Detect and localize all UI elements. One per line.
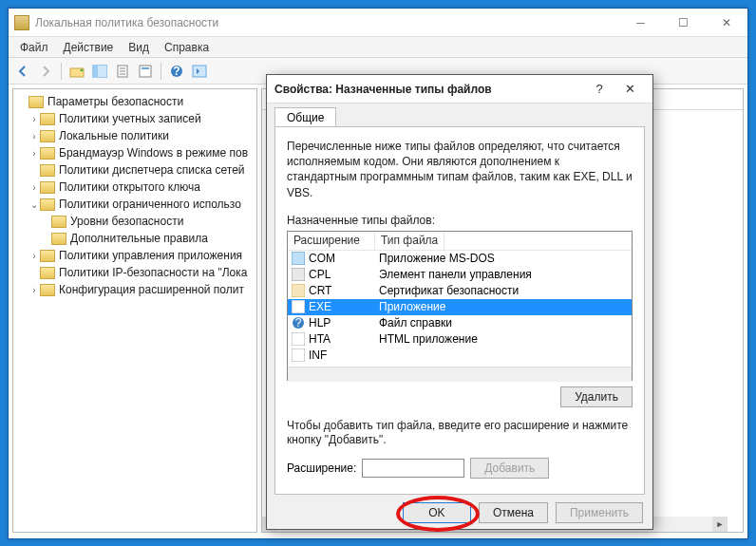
ipsec-icon [40,267,55,279]
file-icon [292,348,305,362]
filetype-row[interactable]: INF [288,348,632,364]
dialog-title: Свойства: Назначенные типы файлов [274,83,584,96]
tree-item[interactable]: ›Локальные политики [13,127,256,144]
description-text: Перечисленные ниже типы файлов определяю… [287,139,633,200]
tree-item[interactable]: ›Брандмауэр Windows в режиме пов [13,144,256,161]
up-button[interactable] [66,61,87,82]
tab-strip: Общие [267,104,652,126]
folder-icon [40,130,55,142]
dialog-button-row: OK Отмена Применить [267,495,652,523]
titlebar: Локальная политика безопасности ─ ☐ ✕ [9,9,747,37]
filetype-row[interactable]: CRTСертификат безопасности [288,283,632,299]
tab-body: Перечисленные ниже типы файлов определяю… [274,126,645,495]
svg-rect-16 [292,284,305,297]
list-label: Назначенные типы файлов: [287,214,633,227]
tree-item[interactable]: ›Политики управления приложения [13,247,256,264]
dialog-titlebar: Свойства: Назначенные типы файлов ? ✕ [267,75,652,104]
menu-help[interactable]: Справка [157,39,217,56]
extension-label: Расширение: [287,461,356,475]
svg-rect-5 [142,67,149,69]
file-icon [292,284,305,297]
filetype-row[interactable]: COMПриложение MS-DOS [288,251,632,267]
svg-rect-17 [292,300,305,313]
col-filetype[interactable]: Тип файла [375,232,444,250]
filetype-list[interactable]: Расширение Тип файла COMПриложение MS-DO… [287,231,633,381]
col-extension[interactable]: Расширение [288,232,375,250]
app-icon [14,15,29,30]
tree-item[interactable]: ›Политики учетных записей [13,110,256,127]
file-icon: ? [292,316,305,329]
properties-button[interactable] [135,61,156,82]
file-icon [292,332,305,346]
folder-icon [40,113,55,125]
add-button[interactable]: Добавить [470,458,549,479]
tree-item-srp[interactable]: ⌄Политики ограниченного использо [13,196,256,213]
folder-icon [40,164,55,177]
tree-root[interactable]: Параметры безопасности [13,93,256,110]
tree-pane[interactable]: Параметры безопасности ›Политики учетных… [12,88,257,533]
refresh-button[interactable] [189,61,210,82]
extension-input[interactable] [362,459,464,478]
tree-item[interactable]: Политики IP-безопасности на "Лока [13,264,256,281]
filetype-rows[interactable]: COMПриложение MS-DOS CPLЭлемент панели у… [288,251,632,367]
folder-icon [51,216,66,228]
dialog-close-button[interactable]: ✕ [614,82,645,96]
minimize-button[interactable]: ─ [619,9,662,36]
properties-dialog: Свойства: Назначенные типы файлов ? ✕ Об… [266,74,653,530]
filetype-header: Расширение Тип файла [288,232,632,251]
folder-icon [40,181,55,194]
tree-child[interactable]: Дополнительные правила [13,230,256,247]
svg-rect-4 [140,66,151,77]
filetype-row[interactable]: HTAHTML приложение [288,331,632,348]
folder-icon [40,284,55,296]
file-icon [292,300,305,313]
forward-button[interactable] [35,61,56,82]
dialog-help-button[interactable]: ? [584,82,614,96]
apply-button[interactable]: Применить [556,502,643,523]
tree-item[interactable]: ›Конфигурация расширенной полит [13,281,256,298]
folder-icon [40,250,55,262]
help-button[interactable]: ? [166,61,187,82]
delete-button[interactable]: Удалить [560,386,633,407]
list-scroll-spacer [288,367,632,382]
svg-rect-15 [292,268,305,281]
add-hint: Чтобы добавить тип файла, введите его ра… [287,419,633,448]
menubar: Файл Действие Вид Справка [9,37,747,58]
folder-icon [40,198,55,211]
menu-action[interactable]: Действие [56,39,122,56]
folder-icon [51,233,66,245]
filetype-row[interactable]: ?HLPФайл справки [288,315,632,331]
menu-view[interactable]: Вид [121,39,157,56]
svg-text:?: ? [173,65,180,78]
file-icon [292,268,305,281]
window-title: Локальная политика безопасности [35,16,619,29]
back-button[interactable] [12,61,33,82]
svg-rect-20 [292,332,305,346]
filetype-row-selected[interactable]: EXEПриложение [288,299,632,315]
maximize-button[interactable]: ☐ [662,9,705,36]
tree-child[interactable]: Уровни безопасности [13,213,256,230]
filetype-row[interactable]: CPLЭлемент панели управления [288,267,632,283]
security-root-icon [28,96,44,108]
menu-file[interactable]: Файл [12,39,56,56]
svg-text:?: ? [295,316,302,329]
tab-general[interactable]: Общие [274,107,336,127]
folder-icon [40,147,55,160]
show-hide-tree-button[interactable] [89,61,110,82]
close-button[interactable]: ✕ [705,9,747,36]
tree-item[interactable]: Политики диспетчера списка сетей [13,161,256,179]
svg-rect-21 [292,348,305,362]
export-button[interactable] [112,61,133,82]
ok-button[interactable]: OK [403,502,471,523]
svg-rect-2 [92,65,98,78]
cancel-button[interactable]: Отмена [479,502,548,523]
tree-item[interactable]: ›Политики открытого ключа [13,179,256,196]
file-icon [292,252,305,265]
svg-rect-14 [292,252,305,265]
